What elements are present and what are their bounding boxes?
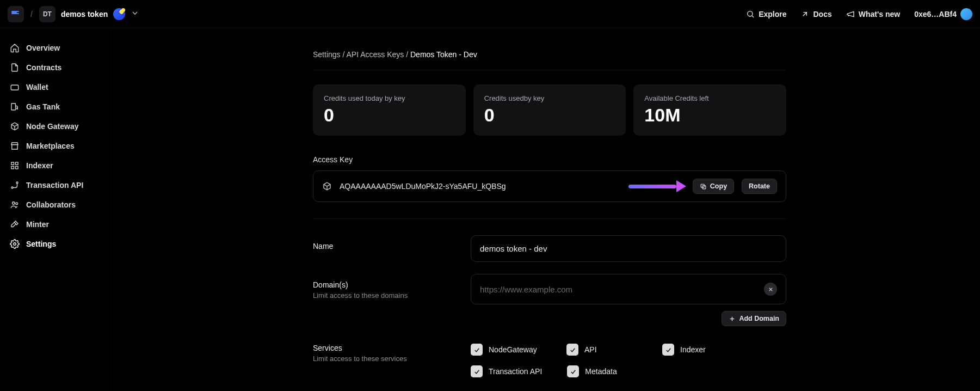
name-label: Name <box>313 242 454 251</box>
cube-icon <box>10 121 20 131</box>
project-name[interactable]: demos token <box>61 10 108 19</box>
svg-rect-6 <box>11 167 14 169</box>
whats-new-link[interactable]: What's new <box>846 10 900 19</box>
access-key-value: AQAAAAAAAD5wLDuMoPkJ2-sYa5AFU_kQBSg <box>340 182 621 191</box>
breadcrumb: Settings / API Access Keys / Demos Token… <box>313 50 786 70</box>
grid-icon <box>10 161 20 170</box>
external-link-icon <box>800 10 809 19</box>
svg-point-12 <box>14 243 16 246</box>
svg-rect-5 <box>16 162 19 165</box>
svg-point-10 <box>13 202 15 205</box>
checkbox-label: Transaction API <box>489 367 542 376</box>
checkbox-metadata[interactable] <box>567 365 579 377</box>
name-field-container <box>471 235 786 262</box>
svg-rect-2 <box>11 85 19 90</box>
stat-credits-today: Credits used today by key 0 <box>313 84 466 136</box>
checkbox-nodegateway[interactable] <box>471 344 483 356</box>
services-label: Services <box>313 344 454 352</box>
fuel-icon <box>10 102 20 112</box>
checkbox-label: NodeGateway <box>489 345 537 354</box>
route-icon <box>10 180 20 190</box>
breadcrumb-separator: / <box>30 10 33 19</box>
cube-icon <box>322 181 332 191</box>
svg-point-11 <box>16 203 18 205</box>
annotation-arrow <box>628 181 685 191</box>
checkbox-label: API <box>584 345 597 354</box>
access-key-box: AQAAAAAAAD5wLDuMoPkJ2-sYa5AFU_kQBSg Copy… <box>313 170 786 202</box>
sidebar-item-indexer[interactable]: Indexer <box>4 156 107 175</box>
sidebar-item-gas-tank[interactable]: Gas Tank <box>4 97 107 117</box>
gear-icon <box>10 239 20 249</box>
sidebar-item-overview[interactable]: Overview <box>4 38 107 58</box>
docs-link[interactable]: Docs <box>800 10 831 19</box>
svg-point-9 <box>16 182 18 184</box>
clear-domain-button[interactable] <box>764 283 777 296</box>
breadcrumb-api-keys[interactable]: API Access Keys <box>347 50 404 59</box>
checkbox-api[interactable] <box>566 344 578 356</box>
sidebar-item-minter[interactable]: Minter <box>4 215 107 234</box>
domains-label: Domain(s) <box>313 280 454 289</box>
search-icon <box>746 10 755 19</box>
check-icon <box>665 346 672 353</box>
add-domain-button[interactable]: Add Domain <box>722 311 786 326</box>
svg-rect-4 <box>11 162 14 165</box>
plus-icon <box>729 315 736 322</box>
file-icon <box>10 63 20 72</box>
breadcrumb-current: Demos Token - Dev <box>410 50 477 59</box>
access-key-label: Access Key <box>313 155 786 164</box>
avatar <box>960 8 972 20</box>
home-icon <box>10 43 20 53</box>
megaphone-icon <box>846 10 855 19</box>
name-input[interactable] <box>480 244 777 253</box>
check-icon <box>569 346 576 353</box>
project-icon <box>113 8 125 20</box>
explore-link[interactable]: Explore <box>746 10 786 19</box>
checkbox-transaction-api[interactable] <box>471 365 483 377</box>
checkbox-label: Metadata <box>585 367 617 376</box>
domain-input[interactable] <box>480 285 764 294</box>
sidebar-item-marketplaces[interactable]: Marketplaces <box>4 136 107 156</box>
sidebar-item-collaborators[interactable]: Collaborators <box>4 195 107 215</box>
copy-button[interactable]: Copy <box>693 179 734 194</box>
project-badge[interactable]: DT <box>39 6 56 22</box>
svg-line-1 <box>752 16 754 17</box>
users-icon <box>10 200 20 210</box>
app-logo[interactable] <box>8 6 24 22</box>
stat-credits-used: Credits usedby key 0 <box>473 84 626 136</box>
check-icon <box>473 346 480 353</box>
close-icon <box>768 286 774 292</box>
svg-point-0 <box>748 11 753 16</box>
chevron-down-icon[interactable] <box>131 9 139 19</box>
domain-field-container <box>471 274 786 304</box>
wallet-address[interactable]: 0xe6…ABf4 <box>914 8 972 20</box>
stat-credits-available: Available Credits left 10M <box>633 84 786 136</box>
sidebar-item-transaction-api[interactable]: Transaction API <box>4 175 107 195</box>
check-icon <box>473 368 480 375</box>
rotate-button[interactable]: Rotate <box>742 179 777 194</box>
store-icon <box>10 141 20 151</box>
breadcrumb-settings[interactable]: Settings <box>313 50 341 59</box>
copy-icon <box>700 183 707 190</box>
svg-rect-7 <box>16 167 19 169</box>
check-icon <box>570 368 577 375</box>
sidebar-item-node-gateway[interactable]: Node Gateway <box>4 117 107 136</box>
sidebar-item-wallet[interactable]: Wallet <box>4 77 107 97</box>
svg-point-8 <box>11 187 13 188</box>
domains-desc: Limit access to these domains <box>313 291 454 300</box>
sidebar-item-settings[interactable]: Settings <box>4 234 107 254</box>
checkbox-label: Indexer <box>680 345 706 354</box>
wallet-icon <box>10 82 20 92</box>
svg-rect-3 <box>11 103 16 110</box>
hammer-icon <box>10 219 20 229</box>
services-desc: Limit access to these services <box>313 355 454 363</box>
sidebar-item-contracts[interactable]: Contracts <box>4 58 107 77</box>
checkbox-indexer[interactable] <box>662 344 674 356</box>
sidebar: Overview Contracts Wallet Gas Tank Node … <box>0 28 112 391</box>
